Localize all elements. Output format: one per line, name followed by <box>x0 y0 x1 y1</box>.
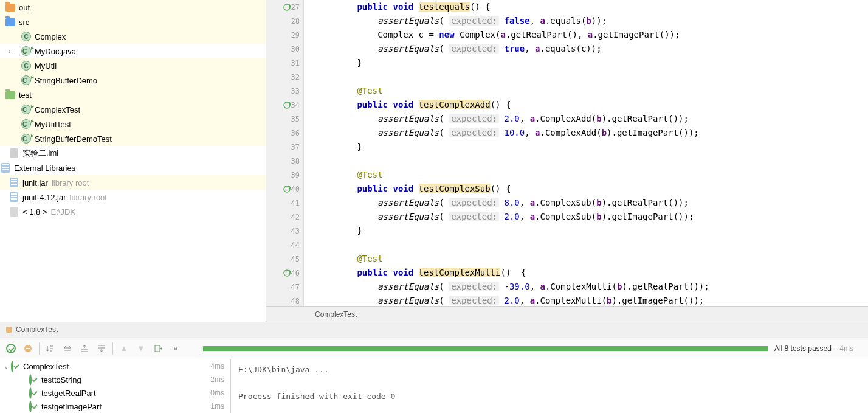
gutter-line[interactable]: 31 <box>266 56 303 70</box>
code-line[interactable] <box>316 238 868 252</box>
gutter-line[interactable]: 27 <box>266 0 303 14</box>
svg-point-2 <box>284 186 290 192</box>
prev-failed-button[interactable]: ▲ <box>115 340 133 357</box>
gutter-line[interactable]: 29 <box>266 28 303 42</box>
gutter-line[interactable]: 39 <box>266 168 303 182</box>
file-icon <box>9 148 19 159</box>
collapse-all-button[interactable] <box>76 340 93 357</box>
test-tree-root[interactable]: ⌄ ComplexTest 4ms <box>0 359 230 373</box>
gutter-line[interactable]: 42 <box>266 210 303 224</box>
svg-rect-4 <box>6 327 12 333</box>
gutter-line[interactable]: 41 <box>266 196 303 210</box>
test-item[interactable]: testgetRealPart0ms <box>0 386 230 400</box>
sort-button[interactable] <box>42 340 59 357</box>
tree-external-libraries[interactable]: External Libraries <box>0 161 266 175</box>
code-line[interactable]: @Test <box>316 252 868 266</box>
tree-class-stringbufferdemo[interactable]: C StringBufferDemo <box>0 73 266 88</box>
code-line[interactable]: } <box>316 56 868 70</box>
gutter-line[interactable]: 38 <box>266 154 303 168</box>
class-icon: C <box>21 133 32 144</box>
collapse-button[interactable] <box>93 340 110 357</box>
export-button[interactable] <box>150 340 167 357</box>
tree-lib-junit412[interactable]: junit-4.12.jar library root <box>0 190 266 204</box>
code-editor[interactable]: public void testequals() { assertEquals(… <box>304 0 868 306</box>
gutter-line[interactable]: 34 <box>266 98 303 112</box>
code-line[interactable]: public void testComplexAdd() { <box>316 98 868 112</box>
folder-icon <box>5 2 16 13</box>
code-line[interactable]: Complex c = new Complex(a.getRealPart(),… <box>316 28 868 42</box>
code-line[interactable]: public void testComplexSub() { <box>316 182 868 196</box>
gutter-line[interactable]: 35 <box>266 112 303 126</box>
gutter-line[interactable]: 33 <box>266 84 303 98</box>
tree-folder-out[interactable]: out <box>0 0 266 15</box>
pass-icon <box>29 375 38 384</box>
test-item[interactable]: testtoString2ms <box>0 373 230 386</box>
test-run-panel: ComplexTest ▲ ▼ » All 8 tests passed – 4… <box>0 322 868 413</box>
code-line[interactable]: } <box>316 140 868 154</box>
code-line[interactable]: assertEquals( expected: true, a.equals(c… <box>316 42 868 56</box>
gutter-line[interactable]: 47 <box>266 280 303 294</box>
tree-iml[interactable]: 实验二.iml <box>0 146 266 161</box>
code-line[interactable]: assertEquals( expected: -39.0, a.Complex… <box>316 280 868 294</box>
code-line[interactable]: assertEquals( expected: 2.0, a.ComplexAd… <box>316 112 868 126</box>
svg-rect-6 <box>155 345 160 352</box>
code-line[interactable]: } <box>316 224 868 238</box>
run-test-icon[interactable] <box>283 101 291 109</box>
gutter-line[interactable]: 44 <box>266 238 303 252</box>
tree-jdk[interactable]: < 1.8 > E:\JDK <box>0 204 266 219</box>
class-icon: C <box>21 31 32 42</box>
line-gutter[interactable]: 2728293031323334353637383940414243444546… <box>266 0 304 306</box>
test-tree[interactable]: ⌄ ComplexTest 4ms testtoString2mstestget… <box>0 359 231 413</box>
code-line[interactable]: assertEquals( expected: 2.0, a.ComplexSu… <box>316 210 868 224</box>
code-line[interactable]: public void testequals() { <box>316 0 868 14</box>
code-line[interactable]: @Test <box>316 84 868 98</box>
tree-class-myutil[interactable]: C MyUtil <box>0 58 266 73</box>
gutter-line[interactable]: 48 <box>266 294 303 306</box>
run-test-icon[interactable] <box>283 269 291 277</box>
library-icon <box>9 177 19 188</box>
tree-folder-test[interactable]: test <box>0 88 266 102</box>
tree-class-complex[interactable]: C Complex <box>0 29 266 44</box>
code-line[interactable] <box>316 154 868 168</box>
gutter-line[interactable]: 45 <box>266 252 303 266</box>
run-test-icon[interactable] <box>283 3 291 12</box>
gutter-line[interactable]: 28 <box>266 14 303 28</box>
tree-class-mydoc[interactable]: › C MyDoc.java <box>0 44 266 58</box>
code-line[interactable]: public void testComplexMulti() { <box>316 266 868 280</box>
code-line[interactable]: assertEquals( expected: false, a.equals(… <box>316 14 868 28</box>
test-console-output[interactable]: E:\JDK\bin\java ... Process finished wit… <box>231 359 868 413</box>
tree-class-stringbufferdemotest[interactable]: C StringBufferDemoTest <box>0 131 266 146</box>
gutter-line[interactable]: 36 <box>266 126 303 140</box>
code-line[interactable]: @Test <box>316 168 868 182</box>
tree-class-myutiltest[interactable]: C MyUtilTest <box>0 117 266 131</box>
folder-icon <box>9 206 19 217</box>
test-item[interactable]: testgetImagePart1ms <box>0 400 230 413</box>
class-icon: C <box>21 104 32 115</box>
test-run-tab[interactable]: ComplexTest <box>0 322 868 338</box>
show-passed-button[interactable] <box>2 340 19 357</box>
more-button[interactable]: » <box>167 344 185 353</box>
breadcrumb[interactable]: ComplexTest <box>266 306 868 322</box>
code-line[interactable]: assertEquals( expected: 2.0, a.ComplexMu… <box>316 294 868 306</box>
expand-all-button[interactable] <box>59 340 76 357</box>
tree-lib-junit[interactable]: junit.jar library root <box>0 175 266 190</box>
project-tree[interactable]: out src C Complex › C MyDoc.java C MyUti… <box>0 0 266 322</box>
code-line[interactable]: assertEquals( expected: 8.0, a.ComplexSu… <box>316 196 868 210</box>
gutter-line[interactable]: 37 <box>266 140 303 154</box>
test-config-icon <box>5 325 13 334</box>
test-status-label: All 8 tests passed – 4ms <box>774 344 866 353</box>
chevron-right-icon: › <box>9 48 16 55</box>
code-line[interactable] <box>316 70 868 84</box>
run-test-icon[interactable] <box>283 185 291 193</box>
gutter-line[interactable]: 40 <box>266 182 303 196</box>
tree-class-complextest[interactable]: C ComplexTest <box>0 102 266 117</box>
toggle-button[interactable] <box>19 340 36 357</box>
gutter-line[interactable]: 32 <box>266 70 303 84</box>
gutter-line[interactable]: 46 <box>266 266 303 280</box>
code-line[interactable]: assertEquals( expected: 10.0, a.ComplexA… <box>316 126 868 140</box>
class-icon: C <box>21 75 32 86</box>
gutter-line[interactable]: 30 <box>266 42 303 56</box>
gutter-line[interactable]: 43 <box>266 224 303 238</box>
tree-folder-src[interactable]: src <box>0 15 266 29</box>
next-failed-button[interactable]: ▼ <box>133 340 150 357</box>
